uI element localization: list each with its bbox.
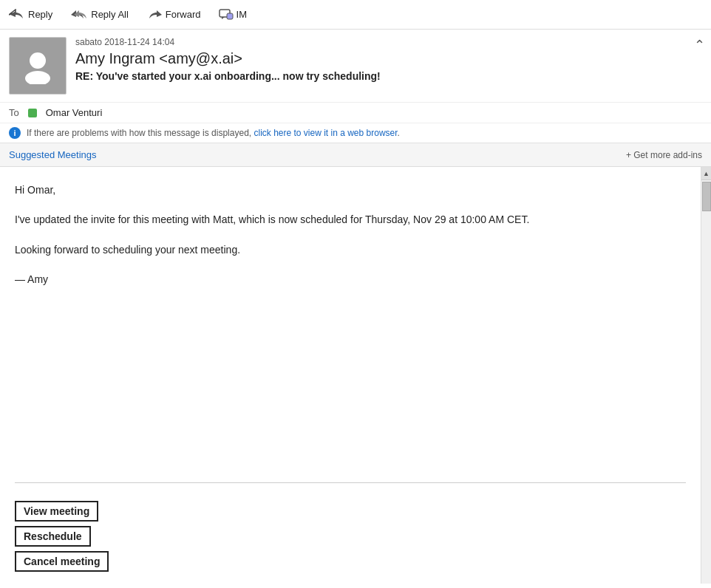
scroll-up-button[interactable]: ▲ — [701, 167, 712, 180]
avatar — [9, 37, 67, 95]
svg-point-4 — [30, 52, 46, 69]
collapse-button[interactable]: ⌃ — [694, 37, 705, 53]
email-content-area: Hi Omar, I've updated the invite for thi… — [0, 167, 701, 584]
to-label: To — [9, 107, 19, 118]
reply-button[interactable]: Reply — [6, 7, 55, 22]
reschedule-button[interactable]: Reschedule — [15, 526, 91, 547]
scrollbar[interactable]: ▲ — [701, 167, 711, 584]
contact-status-dot — [28, 109, 37, 117]
view-in-browser-link[interactable]: click here to view it in a web browser — [254, 128, 397, 138]
body-signature: — Amy — [15, 271, 686, 287]
action-buttons: View meeting Reschedule Cancel meeting — [0, 495, 701, 584]
body-greeting: Hi Omar, — [15, 182, 686, 198]
im-label: IM — [237, 9, 247, 20]
body-paragraph2: Looking forward to scheduling your next … — [15, 242, 686, 258]
svg-rect-3 — [227, 13, 233, 19]
avatar-person-icon — [19, 47, 56, 84]
email-date: sabato 2018-11-24 14:04 — [75, 37, 702, 47]
main-area: Hi Omar, I've updated the invite for thi… — [0, 167, 711, 584]
reply-label: Reply — [28, 9, 52, 20]
body-paragraph1: I've updated the invite for this meeting… — [15, 211, 686, 228]
email-body: Hi Omar, I've updated the invite for thi… — [0, 167, 701, 476]
forward-label: Forward — [166, 9, 201, 20]
email-divider — [15, 482, 686, 483]
forward-icon — [146, 9, 163, 21]
reply-all-label: Reply All — [91, 9, 129, 20]
reply-icon — [9, 9, 25, 21]
reply-all-icon — [70, 9, 88, 21]
to-name: Omar Venturi — [46, 107, 103, 118]
info-bar-text: If there are problems with how this mess… — [27, 128, 400, 138]
scroll-thumb[interactable] — [702, 182, 711, 211]
im-button[interactable]: IM — [216, 7, 250, 22]
email-subject: RE: You've started your x.ai onboarding.… — [75, 70, 702, 82]
email-header: sabato 2018-11-24 14:04 Amy Ingram <amy@… — [0, 30, 711, 103]
suggested-meetings-bar: Suggested Meetings + Get more add-ins — [0, 143, 711, 167]
toolbar: Reply Reply All Forward IM — [0, 0, 711, 30]
cancel-meeting-button[interactable]: Cancel meeting — [15, 551, 109, 572]
im-icon — [219, 9, 234, 21]
suggested-meetings-label[interactable]: Suggested Meetings — [9, 149, 97, 160]
info-bar: i If there are problems with how this me… — [0, 123, 711, 143]
info-icon: i — [9, 127, 21, 139]
header-info: sabato 2018-11-24 14:04 Amy Ingram <amy@… — [75, 37, 702, 82]
sender-name: Amy Ingram <amy@x.ai> — [75, 50, 702, 67]
reply-all-button[interactable]: Reply All — [67, 7, 132, 22]
get-addins-button[interactable]: + Get more add-ins — [626, 150, 702, 160]
view-meeting-button[interactable]: View meeting — [15, 501, 98, 522]
svg-rect-1 — [10, 14, 16, 15]
to-line: To Omar Venturi — [0, 103, 711, 123]
sender-full: Amy Ingram <amy@x.ai> — [75, 50, 242, 66]
forward-button[interactable]: Forward — [143, 7, 204, 22]
svg-point-5 — [25, 71, 50, 84]
